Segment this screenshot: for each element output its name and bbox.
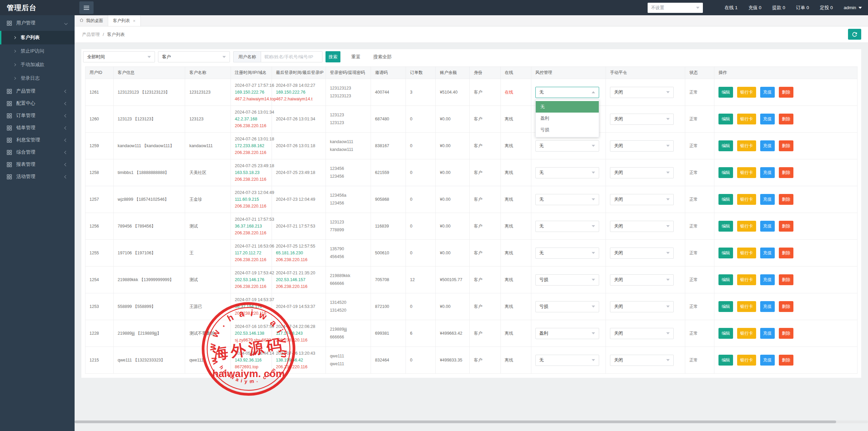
topbar-stat-0[interactable]: 在线 1 [725, 5, 737, 11]
sidebar-group-7[interactable]: 报表管理 [0, 158, 75, 171]
manual-close-select[interactable]: 关闭 [610, 248, 674, 259]
search-button[interactable]: 搜索 [326, 51, 340, 62]
reset-button[interactable]: 重置 [349, 54, 362, 60]
dropdown-option-1[interactable]: 盈利 [536, 113, 599, 124]
recharge-button[interactable]: 充值 [760, 114, 775, 124]
search-input[interactable] [261, 51, 322, 62]
edit-button[interactable]: 编辑 [718, 114, 733, 124]
recharge-button[interactable]: 充值 [760, 274, 775, 285]
bank-card-button[interactable]: 银行卡 [737, 194, 756, 205]
recharge-button[interactable]: 充值 [760, 221, 775, 232]
close-icon[interactable]: × [133, 18, 136, 23]
recharge-button[interactable]: 充值 [760, 87, 775, 98]
sidebar-group-8[interactable]: 活动管理 [0, 171, 75, 183]
search-all-button[interactable]: 搜索全部 [371, 54, 394, 60]
sidebar-item-0-1[interactable]: 禁止IP访问 [0, 44, 75, 58]
edit-button[interactable]: 编辑 [718, 328, 733, 339]
edit-button[interactable]: 编辑 [718, 274, 733, 285]
manual-close-select[interactable]: 关闭 [610, 274, 674, 286]
delete-button[interactable]: 删除 [779, 301, 793, 312]
bank-card-button[interactable]: 银行卡 [737, 87, 756, 98]
dropdown-option-2[interactable]: 亏损 [536, 124, 599, 136]
risk-control-select[interactable]: 无 [535, 194, 599, 205]
risk-control-select[interactable]: 无 [535, 140, 599, 152]
sidebar-group-6[interactable]: 综合管理 [0, 146, 75, 158]
bank-card-button[interactable]: 银行卡 [737, 140, 756, 151]
risk-control-select[interactable]: 无 [535, 87, 599, 98]
risk-control-select[interactable]: 无 [535, 221, 599, 232]
topbar-stat-1[interactable]: 充值 0 [748, 5, 761, 11]
delete-button[interactable]: 删除 [779, 274, 793, 285]
tab-1[interactable]: 客户列表× [108, 15, 141, 26]
recharge-button[interactable]: 充值 [760, 328, 775, 339]
edit-button[interactable]: 编辑 [718, 248, 733, 258]
manual-close-select[interactable]: 关闭 [610, 167, 674, 178]
manual-close-select[interactable]: 关闭 [610, 221, 674, 232]
recharge-button[interactable]: 充值 [760, 355, 775, 366]
edit-button[interactable]: 编辑 [718, 221, 733, 232]
manual-close-select[interactable]: 关闭 [610, 301, 674, 312]
admin-menu[interactable]: admin [844, 5, 862, 10]
bank-card-button[interactable]: 银行卡 [737, 248, 756, 258]
edit-button[interactable]: 编辑 [718, 355, 733, 366]
topbar-stat-2[interactable]: 提款 0 [772, 5, 785, 11]
recharge-button[interactable]: 充值 [760, 167, 775, 178]
manual-close-select[interactable]: 关闭 [610, 140, 674, 152]
delete-button[interactable]: 删除 [779, 194, 793, 205]
sidebar-item-0-3[interactable]: 登录日志 [0, 72, 75, 85]
delete-button[interactable]: 删除 [779, 114, 793, 124]
breadcrumb-item[interactable]: 产品管理 [82, 32, 100, 38]
risk-control-select[interactable]: 无 [535, 248, 599, 259]
dropdown-option-0[interactable]: 无 [536, 101, 599, 113]
sidebar-item-0-0[interactable]: 客户列表 [0, 31, 75, 44]
tab-0[interactable]: 我的桌面 [75, 15, 108, 26]
bank-card-button[interactable]: 银行卡 [737, 301, 756, 312]
risk-control-select[interactable]: 无 [535, 355, 599, 366]
line-select[interactable]: 不设置 [648, 3, 703, 13]
delete-button[interactable]: 删除 [779, 355, 793, 366]
edit-button[interactable]: 编辑 [718, 87, 733, 98]
risk-control-select[interactable]: 盈利 [535, 328, 599, 339]
edit-button[interactable]: 编辑 [718, 167, 733, 178]
sidebar-group-0[interactable]: 用户管理 [0, 15, 75, 31]
recharge-button[interactable]: 充值 [760, 301, 775, 312]
risk-control-select[interactable]: 亏损 [535, 274, 599, 286]
manual-close-select[interactable]: 关闭 [610, 355, 674, 366]
recharge-button[interactable]: 充值 [760, 140, 775, 151]
delete-button[interactable]: 删除 [779, 221, 793, 232]
horizontal-scrollbar[interactable] [75, 420, 868, 423]
refresh-button[interactable] [848, 29, 861, 40]
time-range-select[interactable]: 全部时间 [83, 51, 155, 62]
sidebar-item-0-2[interactable]: 手动加减款 [0, 58, 75, 72]
delete-button[interactable]: 删除 [779, 248, 793, 258]
risk-control-select[interactable]: 亏损 [535, 301, 599, 312]
customer-type-select[interactable]: 客户 [158, 51, 230, 62]
topbar-stat-4[interactable]: 定投 0 [820, 5, 833, 11]
sidebar-toggle-button[interactable] [79, 1, 94, 14]
edit-button[interactable]: 编辑 [718, 194, 733, 205]
recharge-button[interactable]: 充值 [760, 248, 775, 258]
manual-close-select[interactable]: 关闭 [610, 194, 674, 205]
manual-close-select[interactable]: 关闭 [610, 328, 674, 339]
recharge-button[interactable]: 充值 [760, 194, 775, 205]
bank-card-button[interactable]: 银行卡 [737, 355, 756, 366]
delete-button[interactable]: 删除 [779, 140, 793, 151]
bank-card-button[interactable]: 银行卡 [737, 328, 756, 339]
delete-button[interactable]: 删除 [779, 167, 793, 178]
sidebar-group-2[interactable]: 配置中心 [0, 97, 75, 110]
sidebar-group-5[interactable]: 利息宝管理 [0, 134, 75, 146]
manual-close-select[interactable]: 关闭 [610, 87, 674, 98]
delete-button[interactable]: 删除 [779, 87, 793, 98]
bank-card-button[interactable]: 银行卡 [737, 221, 756, 232]
edit-button[interactable]: 编辑 [718, 301, 733, 312]
sidebar-group-4[interactable]: 错单管理 [0, 122, 75, 134]
edit-button[interactable]: 编辑 [718, 140, 733, 151]
sidebar-group-1[interactable]: 产品管理 [0, 85, 75, 97]
bank-card-button[interactable]: 银行卡 [737, 167, 756, 178]
bank-card-button[interactable]: 银行卡 [737, 114, 756, 124]
manual-close-select[interactable]: 关闭 [610, 114, 674, 125]
scrollbar-handle[interactable] [75, 420, 836, 423]
topbar-stat-3[interactable]: 订单 0 [796, 5, 809, 11]
risk-control-select[interactable]: 无 [535, 167, 599, 178]
delete-button[interactable]: 删除 [779, 328, 793, 339]
